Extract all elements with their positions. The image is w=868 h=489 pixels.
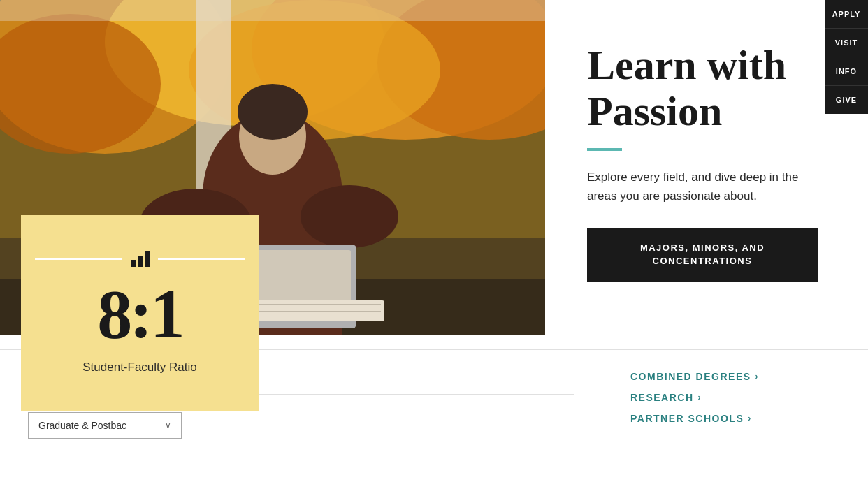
svg-point-16: [301, 185, 398, 248]
stat-box: 8:1 Student-Faculty Ratio: [21, 215, 259, 411]
combined-degrees-link[interactable]: COMBINED DEGREES ›: [630, 371, 840, 382]
teal-accent-bar: [587, 148, 622, 151]
heading-line2: Passion: [587, 88, 722, 134]
stat-label: Student-Faculty Ratio: [82, 360, 196, 374]
bar-3: [145, 251, 150, 267]
line-left: [35, 258, 122, 260]
svg-rect-8: [0, 0, 545, 21]
cta-button[interactable]: MAJORS, MINORS, AND CONCENTRATIONS: [587, 228, 818, 281]
partner-schools-label: PARTNER SCHOOLS: [630, 413, 744, 424]
research-link[interactable]: RESEARCH ›: [630, 392, 840, 403]
bar-1: [131, 260, 136, 267]
program-dropdown[interactable]: Graduate & Postbac ∨: [28, 412, 182, 439]
arrow-icon-2: ›: [698, 393, 702, 402]
apply-button[interactable]: APPLY: [825, 0, 868, 29]
chart-icon: [131, 251, 150, 267]
arrow-icon-1: ›: [755, 372, 760, 381]
svg-point-14: [238, 84, 308, 140]
arrow-icon-3: ›: [748, 414, 752, 423]
info-button[interactable]: INFO: [825, 57, 868, 86]
dropdown-value: Graduate & Postbac: [38, 420, 126, 431]
side-nav: APPLY VISIT INFO GIVE: [825, 0, 868, 114]
combined-degrees-label: COMBINED DEGREES: [630, 371, 751, 382]
right-panel: Learn with Passion Explore every field, …: [573, 0, 868, 335]
description-text: Explore every field, and dive deep in th…: [587, 168, 818, 205]
research-label: RESEARCH: [630, 392, 694, 403]
page-heading: Learn with Passion: [587, 42, 854, 134]
partner-schools-link[interactable]: PARTNER SCHOOLS ›: [630, 413, 840, 424]
give-button[interactable]: GIVE: [825, 86, 868, 114]
visit-button[interactable]: VISIT: [825, 29, 868, 57]
stat-number: 8:1: [97, 279, 182, 349]
details-right: COMBINED DEGREES › RESEARCH › PARTNER SC…: [602, 350, 868, 489]
stat-decoration: [35, 251, 245, 267]
heading-line1: Learn with: [587, 42, 786, 88]
chevron-down-icon: ∨: [165, 421, 171, 430]
line-right: [158, 258, 245, 260]
bar-2: [138, 256, 143, 267]
